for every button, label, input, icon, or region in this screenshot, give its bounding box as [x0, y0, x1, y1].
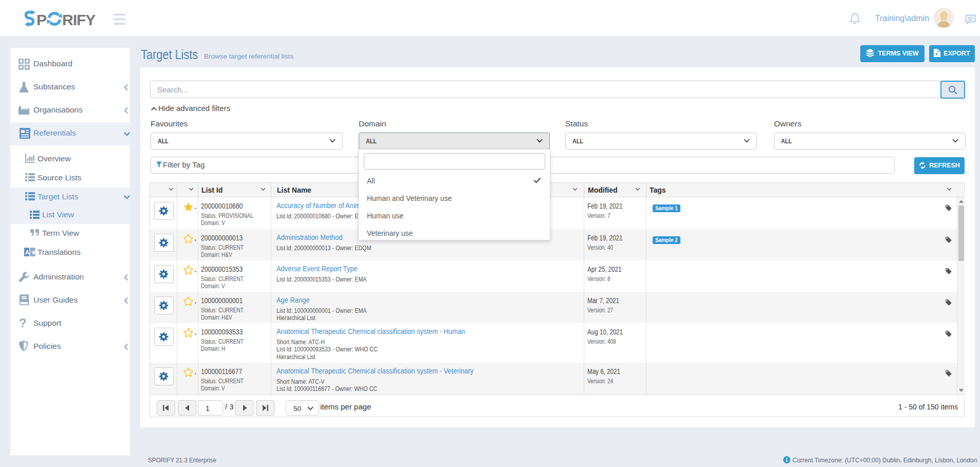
svg-text:RIFY: RIFY [62, 11, 96, 28]
svg-text:★: ★ [31, 249, 36, 255]
svg-text:A: A [25, 249, 29, 255]
svg-text:P: P [36, 11, 47, 28]
svg-text:x: x [935, 51, 938, 57]
